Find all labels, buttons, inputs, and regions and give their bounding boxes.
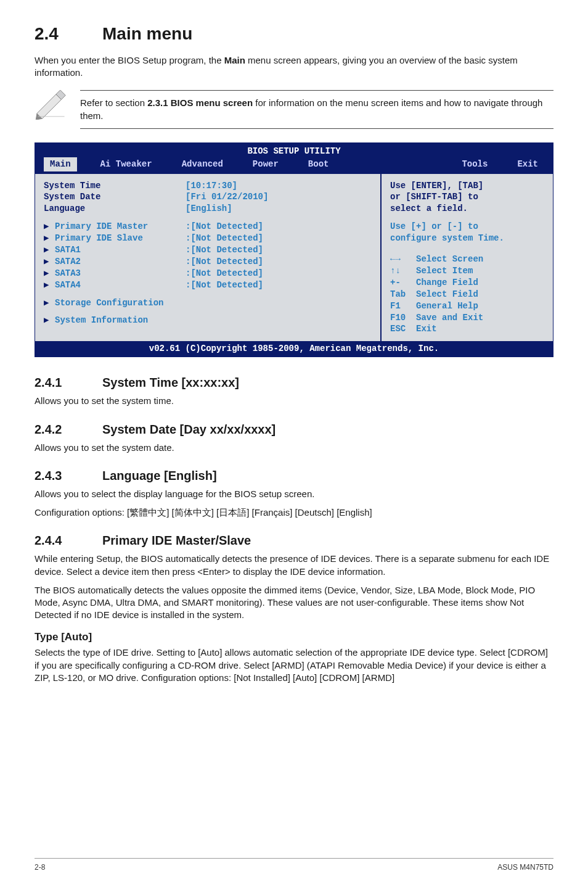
bios-field-label: System Time [44,180,186,192]
bios-submenu-label: SATA4 [55,279,186,291]
bios-submenu-label: Storage Configuration [55,297,163,309]
bios-tab-advanced: Advanced [176,157,229,171]
bios-hint-secondary: Use [+] or [-] to configure system Time. [390,221,544,244]
subsection-title: System Time [xx:xx:xx] [102,376,239,389]
bios-right-pane: Use [ENTER], [TAB] or [SHIFT-TAB] to sel… [380,174,553,342]
bios-field-value: [10:17:30] [186,180,237,192]
note-pre: Refer to section [80,97,147,108]
triangle-right-icon: ▶ [44,221,55,233]
body-text: The BIOS automatically detects the value… [35,584,553,622]
triangle-right-icon: ▶ [44,315,55,326]
bios-field-value: [English] [186,203,232,215]
page-footer: 2-8 ASUS M4N75TD [35,858,553,872]
bios-submenu-label: Primary IDE Slave [55,233,186,244]
bios-tab-ai: Ai Tweaker [94,157,158,171]
bios-field-value: [Fri 01/22/2010] [186,191,268,203]
bios-screenshot: BIOS SETUP UTILITY Main Ai Tweaker Advan… [35,142,553,357]
triangle-right-icon: ▶ [44,256,55,268]
bios-tab-tools: Tools [455,157,494,171]
intro-bold: Main [224,55,245,65]
bios-field-label: System Date [44,191,186,203]
triangle-right-icon: ▶ [44,233,55,244]
subsection-number: 2.4.1 [35,374,102,391]
subsection-title: System Date [Day xx/xx/xxxx] [102,423,276,436]
subsection-heading: 2.4.3Language [English] [35,468,553,484]
bios-footer: v02.61 (C)Copyright 1985-2009, American … [35,341,553,357]
intro-pre: When you enter the BIOS Setup program, t… [35,55,224,65]
subsection-number: 2.4.3 [35,468,102,484]
body-text: Allows you to select the display languag… [35,488,553,500]
bios-submenu-label: Primary IDE Master [55,221,186,233]
body-text: Selects the type of IDE drive. Setting t… [35,646,553,684]
bios-submenu-value: :[Not Detected] [186,256,263,268]
note-callout: Refer to section 2.3.1 BIOS menu screen … [35,90,553,129]
triangle-right-icon: ▶ [44,279,55,291]
subsection-heading: 2.4.2System Date [Day xx/xx/xxxx] [35,421,553,438]
product-name: ASUS M4N75TD [497,862,553,872]
body-text: Configuration options: [繁體中文] [简体中文] [日本… [35,506,553,519]
bios-hint-primary: Use [ENTER], [TAB] or [SHIFT-TAB] to sel… [390,180,544,215]
page-number: 2-8 [35,862,45,872]
subsection-number: 2.4.2 [35,421,102,438]
bios-submenu-value: :[Not Detected] [186,268,263,279]
intro-paragraph: When you enter the BIOS Setup program, t… [35,54,553,80]
body-text: Allows you to set the system date. [35,442,553,454]
triangle-right-icon: ▶ [44,268,55,279]
section-title: Main menu [102,24,192,43]
triangle-right-icon: ▶ [44,244,55,256]
bios-tab-exit: Exit [511,157,544,171]
body-text: Allows you to set the system time. [35,395,553,407]
bios-submenu-value: :[Not Detected] [186,233,263,244]
subsection-heading: 2.4.4Primary IDE Master/Slave [35,532,553,549]
bios-submenu-label: SATA1 [55,244,186,256]
bios-tab-power: Power [247,157,285,171]
bios-submenu-label: System Information [55,315,148,326]
bios-tab-boot: Boot [302,157,335,171]
bios-field-label: Language [44,203,186,215]
bios-submenu-value: :[Not Detected] [186,279,263,291]
body-text: While entering Setup, the BIOS automatic… [35,553,553,578]
subsection-number: 2.4.4 [35,532,102,549]
bios-tab-main: Main [44,157,77,171]
bios-tab-bar: Main Ai Tweaker Advanced Power Boot Tool… [35,157,553,174]
triangle-right-icon: ▶ [44,297,55,309]
section-number: 2.4 [35,22,102,46]
note-text: Refer to section 2.3.1 BIOS menu screen … [80,90,553,129]
bios-submenu-label: SATA3 [55,268,186,279]
bios-submenu-value: :[Not Detected] [186,244,263,256]
bios-submenu-value: :[Not Detected] [186,221,263,233]
bios-title: BIOS SETUP UTILITY [35,143,553,157]
bios-left-pane: System Time[10:17:30] System Date[Fri 01… [35,174,380,342]
subsection-heading: 2.4.1System Time [xx:xx:xx] [35,374,553,391]
bios-submenu-label: SATA2 [55,256,186,268]
option-heading: Type [Auto] [35,630,553,645]
bios-key-legend: ←→ Select Screen ↑↓ Select Item +- Chang… [390,254,544,335]
subsection-title: Language [English] [102,469,217,482]
note-bold: 2.3.1 BIOS menu screen [147,97,253,108]
section-heading: 2.4Main menu [35,22,553,46]
pencil-note-icon [35,90,69,123]
subsection-title: Primary IDE Master/Slave [102,534,251,547]
